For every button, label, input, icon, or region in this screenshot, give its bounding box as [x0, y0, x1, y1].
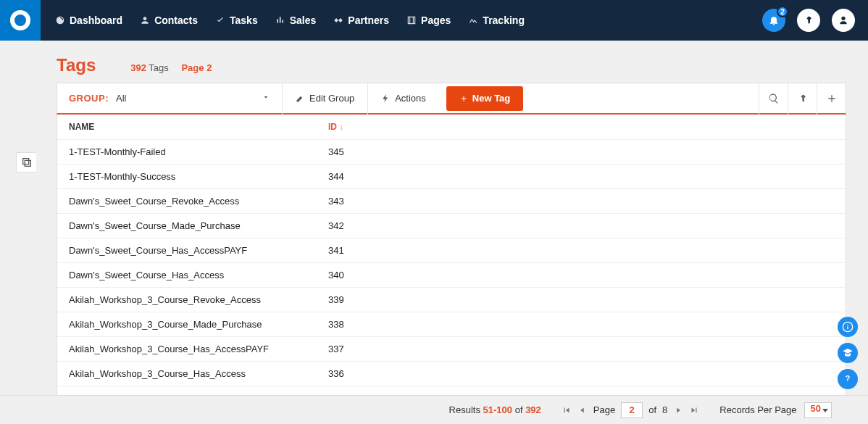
records-per-page: Records Per Page 50 — [719, 402, 832, 418]
page-title: Tags — [57, 55, 96, 75]
data-table: NAME ID ↓ 1-TEST-Monthly-Failed3451-TEST… — [57, 115, 846, 412]
page-number: 2 — [206, 62, 212, 73]
nav-label: Sales — [290, 14, 317, 26]
column-header-name[interactable]: NAME — [69, 122, 328, 132]
pin-button[interactable] — [797, 9, 820, 32]
chevron-down-icon — [262, 93, 270, 104]
table-header: NAME ID ↓ — [57, 115, 846, 140]
pager: Page of 8 — [562, 402, 699, 418]
new-tag-button[interactable]: New Tag — [446, 86, 524, 111]
sort-desc-icon: ↓ — [340, 123, 343, 131]
table-row[interactable]: 1-TEST-Monthly-Success344 — [57, 165, 846, 189]
cell-id: 344 — [328, 171, 344, 182]
nav-partners[interactable]: Partners — [333, 14, 389, 26]
bolt-icon — [381, 93, 391, 103]
page-label: Page — [181, 62, 204, 73]
page-icon — [406, 15, 417, 25]
nav-dashboard[interactable]: Dashboard — [55, 14, 122, 26]
notifications-button[interactable]: 2 — [762, 9, 785, 32]
column-header-id[interactable]: ID ↓ — [328, 122, 343, 132]
app-logo[interactable] — [0, 0, 41, 41]
cell-id: 342 — [328, 220, 344, 231]
table-row[interactable]: Dawn's_Sweet_Course_Has_AccessPAYF341 — [57, 238, 846, 263]
table-row[interactable]: Dawn's_Sweet_Course_Has_Access340 — [57, 263, 846, 288]
new-tag-label: New Tag — [472, 93, 511, 104]
side-tab-button[interactable] — [16, 152, 36, 172]
column-header-id-label: ID — [328, 122, 337, 132]
group-value: All — [116, 93, 254, 104]
cell-id: 341 — [328, 245, 344, 256]
nav-label: Tracking — [483, 14, 525, 26]
of-label: of — [515, 404, 523, 415]
check-icon — [215, 15, 225, 25]
plus-icon — [459, 94, 468, 103]
svg-text:?: ? — [846, 374, 851, 383]
nav-label: Contacts — [154, 14, 198, 26]
table-row[interactable]: Dawn's_Sweet_Course_Made_Purchase342 — [57, 214, 846, 238]
page-input[interactable] — [621, 402, 643, 418]
record-count: 392 — [130, 62, 146, 73]
nav-tracking[interactable]: Tracking — [468, 14, 525, 26]
edit-group-button[interactable]: Edit Group — [283, 83, 367, 115]
cell-name: Akilah_Workshop_3_Course_Made_Purchase — [69, 319, 328, 330]
info-button[interactable] — [838, 317, 858, 337]
page-header: Tags 392 Tags Page 2 — [57, 55, 846, 75]
rpp-label: Records Per Page — [719, 404, 796, 415]
edit-group-label: Edit Group — [309, 93, 354, 104]
gauge-icon — [55, 15, 65, 25]
header-stats: 392 Tags Page 2 — [130, 62, 212, 73]
cell-name: Akilah_Workshop_3_Course_Has_Access — [69, 368, 328, 379]
prev-page-button[interactable] — [577, 405, 588, 415]
notification-badge: 2 — [777, 6, 788, 17]
rpp-value: 50 — [811, 403, 821, 414]
group-selector[interactable]: GROUP: All — [57, 93, 282, 104]
cell-id: 337 — [328, 344, 344, 354]
table-row[interactable]: Akilah_Workshop_3_Course_Made_Purchase33… — [57, 312, 846, 337]
rpp-select[interactable]: 50 — [804, 402, 832, 418]
nav-contacts[interactable]: Contacts — [140, 14, 198, 26]
plus-icon — [826, 93, 838, 104]
results-summary: Results 51-100 of 392 — [449, 404, 541, 415]
cell-id: 345 — [328, 146, 344, 157]
results-range: 51-100 — [483, 404, 512, 415]
add-column-button[interactable] — [817, 83, 846, 115]
pagination-footer: Results 51-100 of 392 Page of 8 Records … — [0, 395, 868, 424]
cell-name: Dawn's_Sweet_Course_Revoke_Access — [69, 196, 328, 207]
cell-name: Dawn's_Sweet_Course_Made_Purchase — [69, 220, 328, 231]
cell-name: 1-TEST-Monthly-Failed — [69, 146, 328, 157]
nav-pages[interactable]: Pages — [406, 14, 451, 26]
tracking-icon — [468, 15, 478, 25]
next-page-button[interactable] — [673, 405, 683, 415]
pin-column-button[interactable] — [788, 83, 817, 115]
cell-name: Akilah_Workshop_3_Course_Has_AccessPAYF — [69, 344, 328, 354]
cell-name: Dawn's_Sweet_Course_Has_Access — [69, 270, 328, 280]
help-button[interactable]: ? — [838, 369, 858, 389]
pin-icon — [797, 93, 809, 104]
nav-label: Partners — [348, 14, 389, 26]
toolbar: GROUP: All Edit Group Actions New Tag — [57, 83, 846, 115]
table-row[interactable]: Dawn's_Sweet_Course_Revoke_Access343 — [57, 189, 846, 214]
cell-id: 336 — [328, 368, 344, 379]
pencil-icon — [296, 93, 305, 103]
last-page-button[interactable] — [689, 405, 699, 415]
search-button[interactable] — [759, 83, 788, 115]
results-total: 392 — [525, 404, 541, 415]
nav-tasks[interactable]: Tasks — [215, 14, 258, 26]
nav-right: 2 — [762, 9, 868, 32]
floating-help-icons: ? — [838, 317, 858, 389]
table-row[interactable]: 1-TEST-Monthly-Failed345 — [57, 140, 846, 165]
cell-id: 338 — [328, 319, 344, 330]
table-row[interactable]: Akilah_Workshop_3_Course_Revoke_Access33… — [57, 288, 846, 312]
nav-items: Dashboard Contacts Tasks Sales Partners … — [41, 14, 762, 26]
university-button[interactable] — [838, 343, 858, 363]
profile-button[interactable] — [832, 9, 855, 32]
nav-sales[interactable]: Sales — [275, 14, 317, 26]
table-row[interactable]: Akilah_Workshop_3_Course_Has_Access336 — [57, 362, 846, 386]
actions-button[interactable]: Actions — [368, 83, 439, 115]
page-label: Page — [593, 404, 615, 415]
table-row[interactable]: Akilah_Workshop_3_Course_Has_AccessPAYF3… — [57, 337, 846, 362]
results-label: Results — [449, 404, 480, 415]
actions-label: Actions — [395, 93, 426, 104]
first-page-button[interactable] — [562, 405, 572, 415]
page-total: 8 — [662, 404, 667, 415]
